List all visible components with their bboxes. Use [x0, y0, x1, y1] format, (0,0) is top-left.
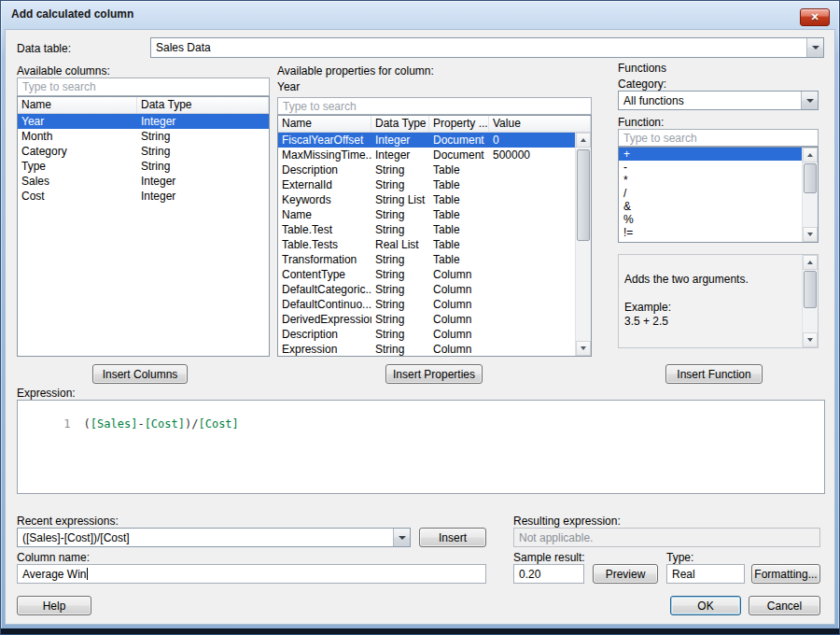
- table-cell: Integer: [137, 189, 269, 204]
- column-header-name[interactable]: Name: [18, 97, 137, 113]
- property-header-value[interactable]: Value: [489, 116, 591, 132]
- scrollbar-thumb[interactable]: [804, 163, 817, 193]
- insert-columns-button[interactable]: Insert Columns: [92, 364, 188, 384]
- resulting-expression-field: Not applicable.: [513, 528, 820, 547]
- data-table-select[interactable]: Sales Data: [150, 37, 824, 58]
- table-row[interactable]: SalesInteger: [18, 174, 269, 189]
- table-row[interactable]: FiscalYearOffsetIntegerDocument0: [278, 133, 591, 148]
- properties-search-input[interactable]: [277, 97, 592, 115]
- property-header-datatype[interactable]: Data Type: [371, 116, 429, 132]
- insert-columns-label: Insert Columns: [103, 368, 178, 381]
- column-name-input[interactable]: Average Win: [17, 564, 486, 584]
- columns-list-body: YearIntegerMonthStringCategoryStringType…: [18, 114, 269, 204]
- table-cell: FiscalYearOffset: [278, 133, 371, 148]
- functions-scrollbar[interactable]: [802, 148, 818, 242]
- list-item[interactable]: %: [619, 213, 818, 226]
- category-select[interactable]: All functions: [618, 91, 819, 110]
- columns-search-input[interactable]: [17, 78, 270, 96]
- scroll-up-button[interactable]: [576, 133, 591, 148]
- available-columns-label: Available columns:: [17, 64, 110, 78]
- table-cell: Integer: [137, 174, 269, 189]
- table-cell: String: [137, 129, 269, 144]
- table-row[interactable]: DerivedExpressionStringColumn: [278, 312, 591, 327]
- table-row[interactable]: MaxMissingTime...IntegerDocument500000: [278, 148, 591, 162]
- preview-button[interactable]: Preview: [593, 564, 658, 584]
- table-row[interactable]: DefaultCategoric...StringColumn: [278, 282, 591, 297]
- table-row[interactable]: TransformationStringTable: [278, 252, 591, 267]
- table-row[interactable]: NameStringTable: [278, 207, 591, 222]
- insert-expression-button[interactable]: Insert: [419, 528, 486, 547]
- ok-button[interactable]: OK: [670, 596, 741, 615]
- table-row[interactable]: Table.TestStringTable: [278, 222, 591, 237]
- table-cell: String: [371, 267, 429, 282]
- property-header-name[interactable]: Name: [278, 116, 371, 132]
- scrollbar-thumb[interactable]: [804, 271, 817, 308]
- recent-expressions-select[interactable]: ([Sales]-[Cost])/[Cost]: [17, 528, 411, 547]
- table-row[interactable]: Table.TestsReal ListTable: [278, 237, 591, 252]
- table-cell: Month: [18, 129, 137, 144]
- scroll-down-button[interactable]: [803, 332, 818, 347]
- scroll-down-button[interactable]: [576, 341, 591, 356]
- close-button[interactable]: ✕: [800, 8, 830, 26]
- line-number: 1: [63, 417, 70, 430]
- table-cell: Type: [18, 159, 137, 174]
- table-cell: String: [371, 207, 429, 222]
- properties-table-header: Name Data Type Property ... Value: [278, 116, 591, 133]
- table-cell: String: [371, 252, 429, 267]
- table-row[interactable]: ExternalIdStringTable: [278, 177, 591, 192]
- scroll-up-button[interactable]: [803, 255, 818, 270]
- table-cell: String List: [371, 192, 429, 207]
- table-row[interactable]: CategoryString: [18, 144, 269, 159]
- property-header-propertyclass[interactable]: Property ...: [429, 116, 489, 132]
- function-search-input[interactable]: [618, 129, 819, 147]
- list-item[interactable]: !=: [619, 226, 818, 239]
- expression-editor[interactable]: 1([Sales]-[Cost])/[Cost]: [17, 400, 825, 494]
- scrollbar-thumb[interactable]: [577, 149, 590, 241]
- titlebar[interactable]: Add calculated column ✕: [1, 1, 839, 29]
- table-cell: Column: [429, 327, 489, 342]
- table-cell: String: [371, 297, 429, 312]
- table-cell: Document: [429, 148, 489, 162]
- table-row[interactable]: CostInteger: [18, 189, 269, 204]
- scroll-down-button[interactable]: [803, 227, 818, 242]
- table-cell: Description: [278, 162, 371, 177]
- table-row[interactable]: TypeString: [18, 159, 269, 174]
- table-cell: ContentType: [278, 267, 371, 282]
- recent-expressions-label: Recent expressions:: [17, 515, 119, 528]
- properties-scrollbar[interactable]: [575, 133, 591, 356]
- table-row[interactable]: ExpressionStringColumn: [278, 342, 591, 357]
- table-row[interactable]: DescriptionStringColumn: [278, 327, 591, 342]
- table-cell: String: [371, 282, 429, 297]
- scroll-up-button[interactable]: [803, 148, 818, 162]
- insert-function-button[interactable]: Insert Function: [665, 364, 763, 384]
- list-item[interactable]: &: [619, 200, 818, 213]
- ok-label: OK: [697, 600, 713, 613]
- help-button[interactable]: Help: [17, 596, 91, 615]
- list-item[interactable]: <: [619, 239, 818, 243]
- table-row[interactable]: DefaultContinuo...StringColumn: [278, 297, 591, 312]
- list-item[interactable]: -: [619, 161, 818, 174]
- list-item[interactable]: *: [619, 174, 818, 187]
- list-item[interactable]: +: [619, 148, 818, 161]
- text-caret: [87, 568, 88, 580]
- sample-result-value: 0.20: [519, 568, 540, 581]
- formatting-button[interactable]: Formatting...: [751, 564, 820, 584]
- column-name-value: Average Win: [22, 568, 86, 581]
- list-item[interactable]: /: [619, 187, 818, 200]
- table-cell: Table: [429, 252, 489, 267]
- description-scrollbar[interactable]: [802, 255, 818, 347]
- formatting-label: Formatting...: [754, 568, 817, 581]
- cancel-button[interactable]: Cancel: [749, 596, 820, 615]
- recent-expression-value: ([Sales]-[Cost])/[Cost]: [22, 531, 130, 544]
- table-row[interactable]: MonthString: [18, 129, 269, 144]
- insert-properties-button[interactable]: Insert Properties: [385, 364, 483, 384]
- available-columns-list: Name Data Type YearIntegerMonthStringCat…: [17, 96, 270, 357]
- help-label: Help: [43, 600, 66, 613]
- table-row[interactable]: YearInteger: [18, 114, 269, 129]
- table-row[interactable]: DescriptionStringTable: [278, 162, 591, 177]
- column-header-datatype[interactable]: Data Type: [137, 97, 269, 113]
- table-row[interactable]: ContentTypeStringColumn: [278, 267, 591, 282]
- table-row[interactable]: KeywordsString ListTable: [278, 192, 591, 207]
- insert-function-label: Insert Function: [677, 368, 750, 381]
- table-cell: String: [371, 342, 429, 357]
